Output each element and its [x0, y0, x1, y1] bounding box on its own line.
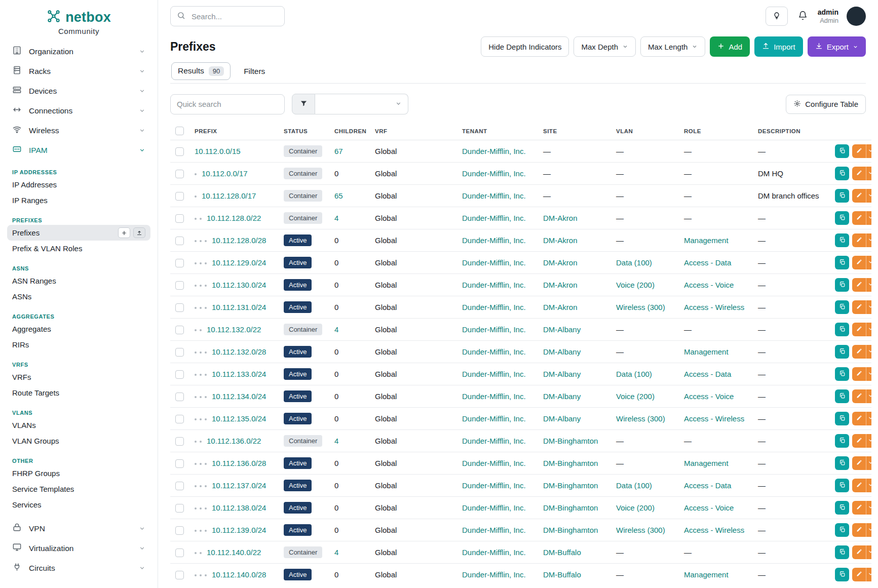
copy-button[interactable] [835, 389, 849, 403]
tenant-link[interactable]: Dunder-Mifflin, Inc. [462, 503, 526, 512]
prefix-link[interactable]: 10.112.137.0/24 [212, 481, 266, 490]
edit-dropdown-button[interactable] [866, 389, 871, 403]
edit-button[interactable] [852, 367, 866, 381]
edit-dropdown-button[interactable] [866, 233, 871, 247]
site-link[interactable]: DM-Binghamton [543, 459, 598, 467]
sidebar-item-vrfs[interactable]: VRFs [7, 369, 150, 385]
column-header-prefix[interactable]: PREFIX [189, 122, 279, 140]
site-link[interactable]: DM-Albany [543, 392, 581, 401]
role-link[interactable]: Access - Data [684, 370, 731, 378]
tenant-link[interactable]: Dunder-Mifflin, Inc. [462, 214, 526, 222]
vlan-link[interactable]: Voice (200) [616, 392, 655, 401]
saved-filter-select[interactable] [315, 94, 408, 114]
prefix-link[interactable]: 10.112.130.0/24 [212, 281, 266, 289]
column-header-children[interactable]: CHILDREN [329, 122, 370, 140]
sidebar-item-circuits[interactable]: Circuits [7, 558, 150, 578]
sidebar-item-asn-ranges[interactable]: ASN Ranges [7, 273, 150, 289]
tenant-link[interactable]: Dunder-Mifflin, Inc. [462, 414, 526, 423]
edit-button[interactable] [852, 144, 866, 158]
edit-button[interactable] [852, 389, 866, 403]
copy-button[interactable] [835, 300, 849, 314]
copy-button[interactable] [835, 144, 849, 158]
row-checkbox[interactable] [175, 259, 184, 267]
tenant-link[interactable]: Dunder-Mifflin, Inc. [462, 303, 526, 311]
edit-dropdown-button[interactable] [866, 456, 871, 470]
copy-button[interactable] [835, 545, 849, 559]
tenant-link[interactable]: Dunder-Mifflin, Inc. [462, 570, 526, 579]
quick-search-input[interactable] [170, 94, 285, 114]
prefix-link[interactable]: 10.112.0.0/15 [195, 147, 241, 155]
sidebar-item-organization[interactable]: Organization [7, 42, 150, 61]
tenant-link[interactable]: Dunder-Mifflin, Inc. [462, 325, 526, 334]
tenant-link[interactable]: Dunder-Mifflin, Inc. [462, 392, 526, 401]
copy-button[interactable] [835, 434, 849, 448]
tenant-link[interactable]: Dunder-Mifflin, Inc. [462, 236, 526, 245]
sidebar-item-racks[interactable]: Racks [7, 61, 150, 81]
children-link[interactable]: 4 [334, 214, 338, 222]
edit-dropdown-button[interactable] [866, 523, 871, 537]
row-checkbox[interactable] [175, 326, 184, 334]
vlan-link[interactable]: Voice (200) [616, 503, 655, 512]
add-button[interactable]: Add [710, 36, 750, 57]
avatar[interactable] [847, 7, 866, 26]
sidebar-item-devices[interactable]: Devices [7, 81, 150, 101]
edit-button[interactable] [852, 523, 866, 537]
sidebar-item-fhrp-groups[interactable]: FHRP Groups [7, 465, 150, 481]
site-link[interactable]: DM-Akron [543, 258, 578, 267]
edit-dropdown-button[interactable] [866, 568, 871, 581]
row-checkbox[interactable] [175, 147, 184, 156]
edit-button[interactable] [852, 545, 866, 559]
prefix-link[interactable]: 10.112.129.0/24 [212, 258, 266, 267]
vlan-link[interactable]: Voice (200) [616, 281, 655, 289]
copy-button[interactable] [835, 256, 849, 269]
site-link[interactable]: DM-Buffalo [543, 548, 581, 557]
tenant-link[interactable]: Dunder-Mifflin, Inc. [462, 370, 526, 378]
site-link[interactable]: DM-Albany [543, 414, 581, 423]
site-link[interactable]: DM-Albany [543, 347, 581, 356]
copy-button[interactable] [835, 211, 849, 225]
role-link[interactable]: Management [684, 459, 729, 467]
site-link[interactable]: DM-Binghamton [543, 481, 598, 490]
global-search-input[interactable] [190, 12, 278, 21]
edit-button[interactable] [852, 278, 866, 292]
quick-import-button[interactable] [133, 227, 145, 238]
children-link[interactable]: 67 [334, 147, 343, 155]
max-length-dropdown[interactable]: Max Length [640, 36, 705, 57]
site-link[interactable]: DM-Akron [543, 236, 578, 245]
vlan-link[interactable]: Wireless (300) [616, 414, 665, 423]
column-header-tenant[interactable]: TENANT [457, 122, 538, 140]
sidebar-item-prefix-vlan-roles[interactable]: Prefix & VLAN Roles [7, 241, 150, 256]
children-link[interactable]: 4 [334, 548, 338, 557]
role-link[interactable]: Management [684, 236, 729, 245]
column-header-description[interactable]: DESCRIPTION [753, 122, 830, 140]
edit-dropdown-button[interactable] [866, 256, 871, 269]
prefix-link[interactable]: 10.112.134.0/24 [212, 392, 266, 401]
vlan-link[interactable]: Wireless (300) [616, 526, 665, 534]
tenant-link[interactable]: Dunder-Mifflin, Inc. [462, 191, 526, 200]
edit-button[interactable] [852, 167, 866, 180]
edit-dropdown-button[interactable] [866, 211, 871, 225]
site-link[interactable]: DM-Akron [543, 214, 578, 222]
tenant-link[interactable]: Dunder-Mifflin, Inc. [462, 437, 526, 445]
edit-button[interactable] [852, 189, 866, 203]
tenant-link[interactable]: Dunder-Mifflin, Inc. [462, 526, 526, 534]
copy-button[interactable] [835, 345, 849, 359]
sidebar-item-service-templates[interactable]: Service Templates [7, 481, 150, 497]
children-link[interactable]: 4 [334, 437, 338, 445]
notifications-button[interactable] [796, 9, 810, 24]
site-link[interactable]: DM-Akron [543, 303, 578, 311]
tenant-link[interactable]: Dunder-Mifflin, Inc. [462, 347, 526, 356]
edit-button[interactable] [852, 211, 866, 225]
row-checkbox[interactable] [175, 370, 184, 379]
prefix-link[interactable]: 10.112.128.0/22 [207, 214, 261, 222]
row-checkbox[interactable] [175, 415, 184, 423]
sidebar-item-vlans[interactable]: VLANs [7, 417, 150, 433]
copy-button[interactable] [835, 278, 849, 292]
netbox-logo[interactable]: netbox Community [7, 7, 150, 42]
tenant-link[interactable]: Dunder-Mifflin, Inc. [462, 548, 526, 557]
vlan-link[interactable]: Data (100) [616, 258, 652, 267]
copy-button[interactable] [835, 479, 849, 492]
edit-dropdown-button[interactable] [866, 545, 871, 559]
edit-button[interactable] [852, 568, 866, 581]
sidebar-item-vlan-groups[interactable]: VLAN Groups [7, 433, 150, 449]
